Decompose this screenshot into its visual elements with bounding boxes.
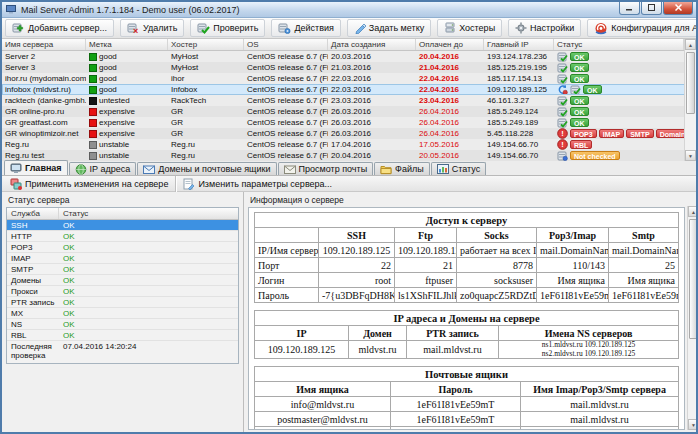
service-row[interactable]: SMTPOK — [7, 264, 238, 275]
toolbar-button-actions[interactable]: Действия — [271, 19, 340, 37]
scroll-thumb[interactable] — [686, 52, 695, 114]
os-cell: CentOS release 6.7 (Final) x — [244, 95, 328, 106]
access-table-cell: ls1XShFILJhlknW — [395, 288, 457, 303]
server-name-cell: Server 2 — [2, 51, 86, 62]
tab-files[interactable]: Файлы — [374, 162, 430, 175]
service-status: OK — [59, 243, 238, 252]
table-row[interactable]: GR winoptimizoir.netexpensiveGRCentOS re… — [2, 128, 696, 139]
service-row[interactable]: POP3OK — [7, 242, 238, 253]
service-row[interactable]: SSHOK — [7, 220, 238, 231]
access-table-cell: 109.120.189.125 — [319, 243, 395, 258]
service-row[interactable]: RBLOK — [7, 330, 238, 341]
column-header-5[interactable]: Дата создания — [328, 39, 416, 50]
access-table-cell: работает на всех IP — [457, 243, 537, 258]
minimize-button[interactable] — [619, 2, 640, 15]
tab-status[interactable]: Статус — [431, 162, 486, 175]
service-row[interactable]: ПроксиOK — [7, 286, 238, 297]
main-ip-cell: 185.125.219.195 — [484, 62, 554, 73]
table-row[interactable]: Server 3goodMyHostCentOS release 6.7 (Fi… — [2, 62, 696, 73]
label-color-chip — [89, 53, 97, 61]
toolbar-button-label: Проверить — [213, 23, 258, 33]
info-panel-scrollbar[interactable]: ▲▼ — [687, 206, 698, 430]
tab-main[interactable]: Главная — [4, 160, 68, 175]
service-row[interactable]: PTR записьOK — [7, 297, 238, 308]
main-ip-cell: 185.5.249.189 — [484, 117, 554, 128]
service-row[interactable]: ДоменыOK — [7, 275, 238, 286]
service-row[interactable]: HTTPOK — [7, 231, 238, 242]
tab-domains-mailboxes[interactable]: Домены и почтовые ящики — [137, 162, 276, 175]
paid-until-cell: 26.04.2016 — [416, 128, 484, 139]
service-status: OK — [59, 221, 238, 230]
toolbar-button-delete[interactable]: ×Удалить — [120, 19, 184, 37]
service-row[interactable]: MXOK — [7, 308, 238, 319]
label-color-chip — [89, 130, 97, 138]
label-cell: untested — [86, 95, 168, 106]
os-cell: CentOS release 6.7 (Final) x — [244, 117, 328, 128]
access-table-cell: Имя ящика — [609, 273, 679, 288]
label-text: good — [99, 85, 117, 94]
tab-label: Файлы — [395, 164, 424, 174]
table-row[interactable]: ihor.ru (mydomain.com)goodihorCentOS rel… — [2, 73, 696, 84]
column-header-4[interactable]: OS — [244, 39, 328, 50]
label-text: unstable — [99, 151, 129, 160]
close-button[interactable] — [663, 2, 693, 15]
table-row[interactable]: Reg.ru testunstableReg.ruCentOS release … — [2, 150, 696, 161]
service-row[interactable]: IMAPOK — [7, 253, 238, 264]
label-cell: good — [86, 84, 168, 95]
toolbar-button-hosters[interactable]: Хостеры — [437, 19, 502, 37]
server-name-cell: GR greatfast.com — [2, 117, 86, 128]
label-color-chip — [89, 119, 97, 127]
scroll-down-arrow[interactable]: ▼ — [688, 419, 698, 430]
subtoolbar-button-apply-changes[interactable]: Применить изменения на сервере — [5, 177, 173, 191]
created-cell: 26.03.2016 — [328, 106, 416, 117]
column-header-1[interactable]: Имя сервера — [2, 39, 86, 50]
services-col-service[interactable]: Служба — [7, 208, 59, 219]
service-name: NS — [7, 320, 59, 329]
services-col-status[interactable]: Статус — [59, 208, 238, 219]
status-badge: OK — [570, 74, 589, 83]
tab-mail-view[interactable]: Просмотр почты — [278, 162, 374, 175]
toolbar-button-ams-config[interactable]: Конфигурация для AMS — [587, 19, 698, 37]
scroll-down-arrow[interactable]: ▼ — [685, 150, 696, 161]
server-table-scrollbar[interactable]: ▲▼ — [684, 39, 696, 161]
maximize-button[interactable] — [641, 2, 662, 15]
toolbar-button-add-server[interactable]: Добавить сервер... — [5, 19, 114, 37]
status-badge: POP3 — [570, 129, 597, 138]
status-panel-title: Статус сервера — [6, 194, 239, 207]
label-color-chip — [89, 108, 97, 116]
column-header-3[interactable]: Хостер — [168, 39, 244, 50]
column-header-8[interactable]: Статус — [554, 39, 684, 50]
label-cell: expensive — [86, 128, 168, 139]
scroll-up-arrow[interactable]: ▲ — [685, 39, 696, 50]
server-table-body: Server 2goodMyHostCentOS release 6.7 (Fi… — [2, 51, 696, 161]
ip-domains-table-header-row: IPДоменPTR записьИмена NS серверов — [255, 326, 679, 341]
subtoolbar-button-edit-params[interactable]: Изменить параметры сервера... — [178, 177, 337, 191]
column-header-7[interactable]: Главный IP — [484, 39, 554, 50]
access-table-header-cell: Ftp — [395, 228, 457, 243]
ip-domains-table-header-cell: Домен — [349, 326, 407, 341]
table-row[interactable]: racktech (danke-gmbh.info)untestedRackTe… — [2, 95, 696, 106]
service-name: POP3 — [7, 243, 59, 252]
last-check-row[interactable]: Последняя проверка07.04.2016 14:20:24 — [7, 341, 238, 363]
mailboxes-table-cell: info@mldvst.ru — [255, 397, 391, 412]
titlebar[interactable]: Mail Server Admin 1.7.1.184 - Demo user … — [2, 2, 696, 18]
column-header-6[interactable]: Оплачен до — [416, 39, 484, 50]
toolbar-button-check[interactable]: Проверить — [190, 19, 265, 37]
scroll-up-arrow[interactable]: ▲ — [688, 206, 698, 217]
toolbar-button-settings[interactable]: Настройки — [508, 19, 581, 37]
table-row[interactable]: GR online-pro.ruexpensiveGRCentOS releas… — [2, 106, 696, 117]
hoster-cell: MyHost — [168, 62, 244, 73]
toolbar-button-label: Добавить сервер... — [28, 23, 107, 33]
service-row[interactable]: NSOK — [7, 319, 238, 330]
server-table-header: Имя сервераМеткаХостерOSДата созданияОпл… — [2, 39, 696, 51]
table-row[interactable]: GR greatfast.comexpensiveGRCentOS releas… — [2, 117, 696, 128]
files-icon — [380, 164, 392, 175]
table-row[interactable]: Reg.ruunstableReg.ruCentOS release 6.7 (… — [2, 139, 696, 150]
tab-ip-addresses[interactable]: IP адреса — [69, 162, 137, 175]
table-row[interactable]: Server 2goodMyHostCentOS release 6.7 (Fi… — [2, 51, 696, 62]
scroll-thumb[interactable] — [689, 219, 698, 339]
mailboxes-table-row: info@mldvst.ru1eF61I81vEe59mTmail.mldvst… — [255, 397, 679, 412]
toolbar-button-set-label[interactable]: Задать метку — [347, 19, 431, 37]
table-row[interactable]: infobox (mldvst.ru)goodInfoboxCentOS rel… — [2, 84, 696, 95]
column-header-2[interactable]: Метка — [86, 39, 168, 50]
